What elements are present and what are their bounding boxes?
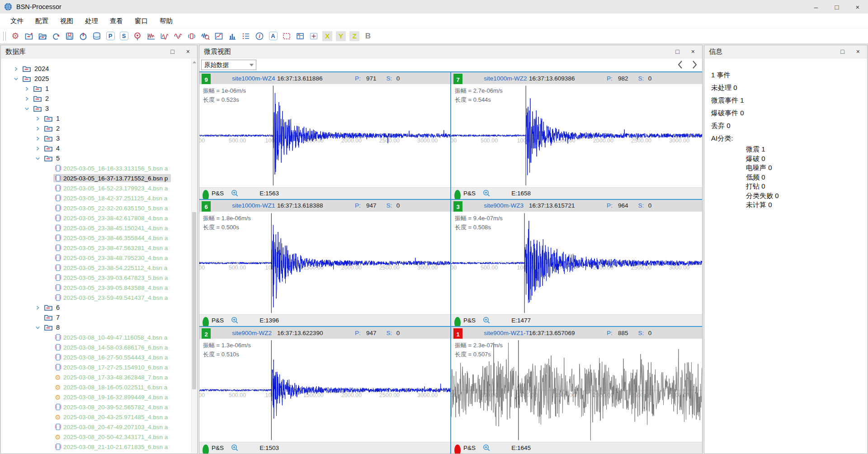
new-folder-icon[interactable] — [23, 30, 35, 42]
tree-folder-3[interactable]: 3 — [1, 104, 191, 114]
next-event-button[interactable] — [690, 59, 698, 70]
file-item[interactable]: 2025-03-05_18-42-37.251125_4.bsn a — [1, 193, 191, 203]
info-close-button[interactable]: × — [856, 48, 860, 55]
file-item[interactable]: ⚙2025-03-08_20-50-42.343171_4.bsn a — [1, 432, 191, 442]
menu-item-config[interactable]: 配置 — [29, 17, 54, 25]
text-a-button[interactable]: A — [267, 30, 279, 42]
menu-item-window[interactable]: 窗口 — [129, 17, 154, 25]
waveform-search-icon[interactable] — [199, 30, 212, 42]
tree-expander-icon[interactable] — [35, 146, 43, 151]
settings-gear-icon[interactable]: ⚙ — [9, 30, 22, 42]
waveform-pick-icon[interactable] — [145, 30, 157, 42]
waveform-plot[interactable]: 0.00500.001000.001500.002000.002500.0030… — [199, 212, 450, 315]
tree-folder-2024[interactable]: 2024 — [1, 64, 191, 74]
file-item[interactable]: 2025-03-05_23-39-05.843588_4.bsn a — [1, 283, 191, 293]
tree-expander-icon[interactable] — [35, 126, 43, 131]
data-mode-select[interactable]: 原始数据 — [201, 60, 256, 70]
waveform-plot[interactable]: 0.00500.001000.001500.002000.002500.0030… — [199, 339, 450, 442]
file-item[interactable]: 2025-03-05_23-38-54.225112_4.bsn a — [1, 263, 191, 273]
tree-expander-icon[interactable] — [35, 305, 43, 310]
page-layout-icon[interactable] — [294, 30, 307, 42]
database-float-button[interactable]: □ — [170, 48, 174, 55]
maximize-button[interactable]: □ — [826, 0, 847, 14]
zoom-in-icon[interactable] — [231, 442, 239, 454]
waveform-plot[interactable]: 0.00500.001000.001500.002000.002500.0030… — [199, 84, 450, 187]
toolbar-grip-icon[interactable] — [3, 32, 6, 41]
tree-expander-icon[interactable] — [24, 96, 32, 101]
file-item[interactable]: 2025-03-05_23-38-47.563281_4.bsn a — [1, 243, 191, 253]
station-name[interactable]: site900m-WZ1-T — [484, 327, 529, 339]
file-item[interactable]: ⚙2025-03-08_20-43-25.971485_4.bsn a — [1, 412, 191, 422]
power-icon[interactable] — [77, 30, 90, 42]
database-close-button[interactable]: × — [186, 48, 190, 55]
tree-expander-icon[interactable] — [24, 106, 32, 111]
file-item[interactable]: 2025-03-05_16-16-33.313156_5.bsn a — [1, 163, 191, 173]
waveform-red-icon[interactable] — [172, 30, 184, 42]
y-axis-button[interactable]: Y — [335, 30, 347, 42]
ps-toggle[interactable]: P&S — [463, 315, 476, 326]
file-item[interactable]: 2025-03-05_23-38-46.355844_4.bsn a — [1, 233, 191, 243]
file-item[interactable]: ⚙2025-03-08_18-16-05.022511_6.bsn a — [1, 382, 191, 392]
scrollbar-thumb[interactable] — [192, 212, 196, 389]
tree-folder-5[interactable]: 5 — [1, 153, 191, 163]
station-name[interactable]: site900m-WZ3 — [484, 200, 524, 212]
station-name[interactable]: site1000m-WZ1 — [232, 200, 275, 212]
viewer-close-button[interactable]: × — [691, 48, 695, 55]
info-float-button[interactable]: □ — [840, 48, 844, 55]
file-item[interactable]: 2025-03-08_14-58-03.686176_6.bsn a — [1, 342, 191, 352]
prev-event-button[interactable] — [676, 59, 684, 70]
save-icon[interactable] — [63, 30, 76, 42]
ps-toggle[interactable]: P&S — [212, 442, 224, 454]
menu-item-view[interactable]: 视图 — [54, 17, 79, 25]
vibration-icon[interactable] — [185, 30, 198, 42]
ps-toggle[interactable]: P&S — [463, 188, 476, 199]
tree-expander-icon[interactable] — [24, 86, 32, 91]
z-axis-button[interactable]: Z — [348, 30, 361, 42]
redo-icon[interactable] — [50, 30, 62, 42]
tree-expander-icon[interactable] — [35, 156, 43, 161]
tree-folder-7[interactable]: 7 — [1, 312, 191, 322]
menu-item-inspect[interactable]: 查看 — [104, 17, 129, 25]
file-item[interactable]: 2025-03-05_23-38-42.617808_4.bsn a — [1, 213, 191, 223]
zoom-in-icon[interactable] — [231, 315, 239, 326]
database-icon[interactable] — [90, 30, 103, 42]
zoom-in-icon[interactable] — [483, 188, 491, 199]
database-scrollbar[interactable] — [191, 59, 197, 453]
file-item[interactable]: 2025-03-05_23-38-48.795230_4.bsn a — [1, 253, 191, 263]
station-name[interactable]: site1000m-WZ4 — [232, 72, 275, 84]
file-item[interactable]: 2025-03-08_20-47-49.207103_4.bsn a — [1, 422, 191, 432]
menu-item-help[interactable]: 帮助 — [154, 17, 179, 25]
tree-folder-4[interactable]: 4 — [1, 143, 191, 153]
select-region-icon[interactable] — [280, 30, 293, 42]
info-icon[interactable]: i — [253, 30, 266, 42]
menu-item-process[interactable]: 处理 — [79, 17, 104, 25]
s-phase-button[interactable]: S — [118, 30, 130, 42]
tree-folder-2[interactable]: 2 — [1, 123, 191, 133]
tree-folder-3[interactable]: 3 — [1, 133, 191, 143]
file-item[interactable]: 2025-03-05_23-59-49.541437_4.bsn a — [1, 293, 191, 303]
file-item[interactable]: 2025-03-05_23-39-03.647823_5.bsn a — [1, 273, 191, 283]
tree-folder-2025[interactable]: 2025 — [1, 74, 191, 84]
file-item[interactable]: 2025-03-08_17-27-25.154910_6.bsn a — [1, 362, 191, 372]
scroll-up-icon[interactable] — [192, 59, 197, 65]
open-folder-icon[interactable] — [36, 30, 49, 42]
file-item[interactable]: ⚙2025-03-08_17-33-48.362848_7.bsn a — [1, 372, 191, 382]
ps-toggle[interactable]: P&S — [463, 442, 476, 454]
chart-icon[interactable] — [212, 30, 225, 42]
tree-folder-6[interactable]: 6 — [1, 303, 191, 312]
file-item[interactable]: 2025-03-08_10-49-47.116058_4.bsn a — [1, 332, 191, 342]
file-item[interactable]: ⚙2025-03-08_19-16-32.899449_4.bsn a — [1, 392, 191, 402]
tree-folder-2[interactable]: 2 — [1, 94, 191, 104]
location-icon[interactable] — [131, 30, 144, 42]
file-item[interactable]: 2025-03-05_16-52-23.179923_4.bsn a — [1, 183, 191, 193]
x-axis-button[interactable]: X — [321, 30, 334, 42]
tree-expander-icon[interactable] — [14, 66, 21, 71]
station-name[interactable]: site900m-WZ2 — [232, 327, 272, 339]
menu-item-file[interactable]: 文件 — [5, 17, 29, 25]
tree-folder-1[interactable]: 1 — [1, 114, 191, 123]
viewer-float-button[interactable]: □ — [675, 48, 679, 55]
waveform-plot[interactable]: 0.00500.001000.001500.002000.002500.0030… — [451, 212, 702, 315]
close-button[interactable]: × — [847, 0, 868, 14]
file-item[interactable]: 2025-03-05_23-38-45.150241_4.bsn a — [1, 223, 191, 233]
tree-expander-icon[interactable] — [35, 325, 43, 330]
